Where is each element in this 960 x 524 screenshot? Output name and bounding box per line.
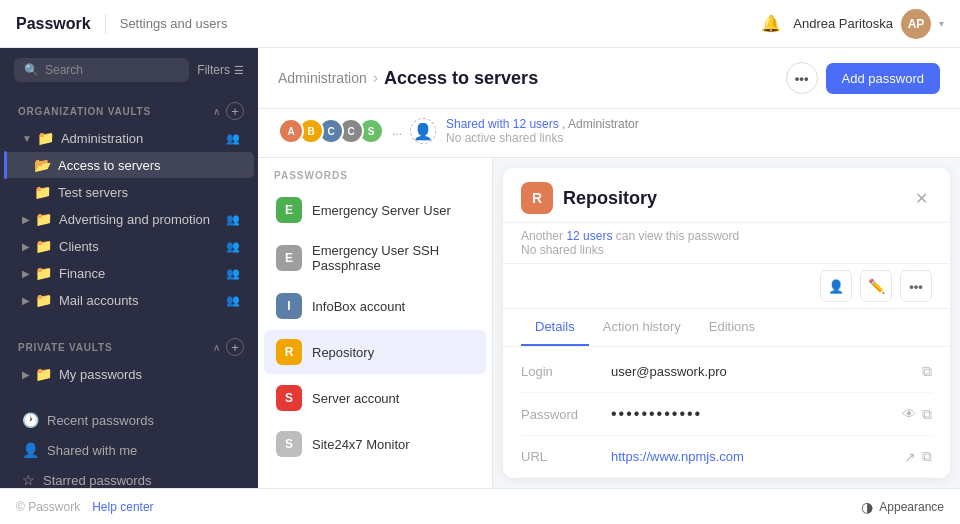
private-vaults-header: PRIVATE VAULTS	[18, 342, 112, 353]
tab-details[interactable]: Details	[521, 309, 589, 346]
password-item-5[interactable]: S Server account	[264, 376, 486, 420]
settings-link[interactable]: Settings and users	[120, 16, 228, 31]
sidebar-item-recent[interactable]: 🕐 Recent passwords	[4, 407, 254, 433]
sidebar-item-test-servers[interactable]: 📁 Test servers	[4, 179, 254, 205]
filters-button[interactable]: Filters ☰	[197, 63, 244, 77]
copyright: © Passwork	[16, 500, 80, 514]
share-icon: 👤	[22, 442, 39, 458]
tab-editions[interactable]: Editions	[695, 309, 769, 346]
add-shared-user-button[interactable]: 👤	[410, 118, 436, 144]
more-users-label[interactable]: ...	[392, 124, 402, 138]
add-password-button[interactable]: Add password	[826, 63, 940, 94]
detail-edit-button[interactable]: ✏️	[860, 270, 892, 302]
copy-password-icon[interactable]: ⧉	[922, 406, 932, 423]
field-password: Password •••••••••••• 👁 ⧉	[521, 393, 932, 436]
detail-more-button[interactable]: •••	[900, 270, 932, 302]
tab-action-history[interactable]: Action history	[589, 309, 695, 346]
star-icon: ☆	[22, 472, 35, 488]
password-item-6[interactable]: S Site24x7 Monitor	[264, 422, 486, 466]
folder-icon-adv: 📁	[35, 211, 52, 227]
more-icon: •••	[909, 279, 923, 294]
content-header: Administration › Access to servers ••• A…	[258, 48, 960, 109]
pw-icon-6: S	[276, 431, 302, 457]
pw-name-2: Emergency User SSH Passphrase	[312, 243, 474, 273]
password-item-3[interactable]: I InfoBox account	[264, 284, 486, 328]
field-login: Login user@passwork.pro ⧉	[521, 351, 932, 393]
password-item-4[interactable]: R Repository	[264, 330, 486, 374]
admin-label: Administration	[61, 131, 226, 146]
field-value-url[interactable]: https://www.npmjs.com	[611, 449, 896, 464]
open-url-icon[interactable]: ↗	[904, 449, 916, 465]
clients-label: Clients	[59, 239, 226, 254]
finance-users-icon: 👥	[226, 267, 240, 280]
shared-bar: A B C C S ... 👤 Shared with 12 users , A…	[258, 109, 960, 158]
copy-url-icon[interactable]: ⧉	[922, 448, 932, 465]
edit-icon: ✏️	[868, 278, 885, 294]
starred-label: Starred passwords	[43, 473, 151, 488]
sidebar-item-mail-accounts[interactable]: ▶ 📁 Mail accounts 👥	[4, 287, 254, 313]
folder-icon: 📁	[37, 130, 54, 146]
help-center-link[interactable]: Help center	[92, 500, 153, 514]
private-vaults-chevron-icon: ∧	[213, 342, 220, 353]
sidebar-item-finance[interactable]: ▶ 📁 Finance 👥	[4, 260, 254, 286]
search-input[interactable]: Search	[45, 63, 83, 77]
content-area: Administration › Access to servers ••• A…	[258, 48, 960, 488]
test-servers-label: Test servers	[58, 185, 128, 200]
search-box[interactable]: 🔍 Search	[14, 58, 189, 82]
sidebar-item-access-servers[interactable]: 📂 Access to servers	[4, 152, 254, 178]
org-vaults-chevron-icon: ∧	[213, 106, 220, 117]
topbar: Passwork Settings and users 🔔 Andrea Par…	[0, 0, 960, 48]
access-servers-label: Access to servers	[58, 158, 161, 173]
detail-share-button[interactable]: 👤	[820, 270, 852, 302]
caret-right-icon-fin: ▶	[22, 268, 30, 279]
breadcrumb-current: Access to servers	[384, 68, 538, 89]
detail-close-button[interactable]: ✕	[911, 189, 932, 208]
sidebar-item-my-passwords[interactable]: ▶ 📁 My passwords	[4, 361, 254, 387]
add-vault-button[interactable]: +	[226, 102, 244, 120]
org-vaults-header: ORGANIZATION VAULTS	[18, 106, 151, 117]
appearance-button[interactable]: ◑ Appearance	[861, 499, 944, 515]
sidebar-item-advertising[interactable]: ▶ 📁 Advertising and promotion 👥	[4, 206, 254, 232]
more-options-button[interactable]: •••	[786, 62, 818, 94]
password-item-2[interactable]: E Emergency User SSH Passphrase	[264, 234, 486, 282]
field-label-password: Password	[521, 407, 611, 422]
add-private-vault-button[interactable]: +	[226, 338, 244, 356]
detail-icon: R	[521, 182, 553, 214]
pw-icon-2: E	[276, 245, 302, 271]
show-password-icon[interactable]: 👁	[902, 406, 916, 422]
pw-icon-4: R	[276, 339, 302, 365]
copy-login-icon[interactable]: ⧉	[922, 363, 932, 380]
username-label: Andrea Paritoska	[793, 16, 893, 31]
pw-name-5: Server account	[312, 391, 399, 406]
notification-bell-icon[interactable]: 🔔	[761, 14, 781, 33]
caret-down-icon: ▼	[22, 133, 32, 144]
pw-name-1: Emergency Server User	[312, 203, 451, 218]
user-profile[interactable]: Andrea Paritoska AP ▾	[793, 9, 944, 39]
detail-no-shared: No shared links	[521, 243, 932, 257]
sidebar-item-starred[interactable]: ☆ Starred passwords	[4, 467, 254, 488]
shared-link[interactable]: Shared with 12 users	[446, 117, 559, 131]
pw-icon-3: I	[276, 293, 302, 319]
passwords-panel: PASSWORDS E Emergency Server User E Emer…	[258, 158, 493, 488]
field-url: URL https://www.npmjs.com ↗ ⧉	[521, 436, 932, 478]
app-logo: Passwork	[16, 15, 91, 33]
passwords-panel-header: PASSWORDS	[258, 158, 492, 187]
share-user-icon: 👤	[828, 279, 844, 294]
folder-icon-mail: 📁	[35, 292, 52, 308]
sidebar-item-shared[interactable]: 👤 Shared with me	[4, 437, 254, 463]
clock-icon: 🕐	[22, 412, 39, 428]
folder-icon-fin: 📁	[35, 265, 52, 281]
breadcrumb-parent[interactable]: Administration	[278, 70, 367, 86]
sidebar-item-clients[interactable]: ▶ 📁 Clients 👥	[4, 233, 254, 259]
field-value-password: ••••••••••••	[611, 405, 894, 423]
appearance-label: Appearance	[879, 500, 944, 514]
appearance-icon: ◑	[861, 499, 873, 515]
password-item-1[interactable]: E Emergency Server User	[264, 188, 486, 232]
detail-sub-link[interactable]: 12 users	[566, 229, 612, 243]
mail-users-icon: 👥	[226, 294, 240, 307]
mail-accounts-label: Mail accounts	[59, 293, 226, 308]
detail-title: Repository	[563, 188, 657, 209]
sidebar-item-administration[interactable]: ▼ 📁 Administration 👥	[4, 125, 254, 151]
detail-panel: R Repository ✕ Another 12 users can view…	[493, 158, 960, 488]
breadcrumb-separator: ›	[373, 69, 378, 87]
